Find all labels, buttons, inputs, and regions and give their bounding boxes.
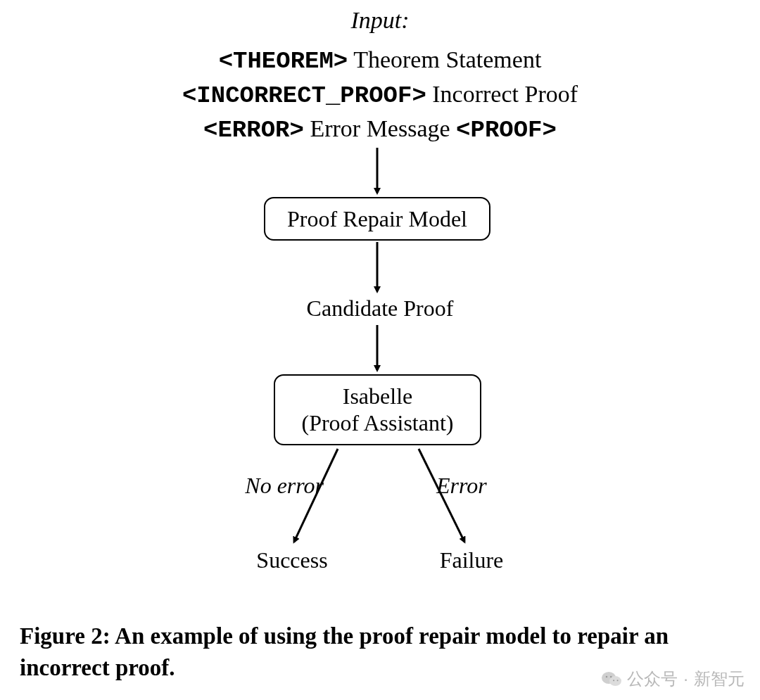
error-token: <ERROR>	[203, 117, 304, 144]
watermark-label: 公众号	[627, 668, 678, 690]
incorrect-proof-token: <INCORRECT_PROOF>	[182, 82, 426, 109]
candidate-proof-text: Candidate Proof	[0, 295, 760, 322]
error-text: Error Message	[310, 115, 450, 141]
input-line-2: <INCORRECT_PROOF> Incorrect Proof	[0, 78, 760, 113]
isabelle-box: Isabelle (Proof Assistant)	[274, 374, 481, 445]
input-line-1: <THEOREM> Theorem Statement	[0, 44, 760, 78]
input-block: <THEOREM> Theorem Statement <INCORRECT_P…	[0, 44, 760, 147]
input-title: Input:	[0, 7, 760, 34]
svg-point-3	[610, 676, 612, 677]
isabelle-line2: (Proof Assistant)	[288, 409, 467, 436]
proof-repair-model-box: Proof Repair Model	[264, 197, 490, 241]
svg-point-5	[617, 680, 619, 681]
error-label: Error	[436, 473, 535, 499]
wechat-icon	[602, 670, 621, 687]
failure-label: Failure	[415, 547, 528, 573]
svg-point-1	[609, 676, 621, 686]
theorem-token: <THEOREM>	[219, 48, 348, 75]
watermark-source: 新智元	[694, 668, 745, 690]
isabelle-line1: Isabelle	[288, 383, 467, 409]
svg-point-4	[613, 680, 614, 681]
incorrect-proof-text: Incorrect Proof	[432, 81, 578, 107]
wechat-watermark: 公众号 · 新智元	[602, 668, 745, 690]
flow-diagram: Input: <THEOREM> Theorem Statement <INCO…	[0, 0, 760, 605]
watermark-dot: ·	[683, 669, 688, 689]
no-error-label: No error	[204, 473, 324, 499]
success-label: Success	[232, 547, 352, 573]
proof-repair-model-label: Proof Repair Model	[287, 206, 467, 231]
proof-token: <PROOF>	[456, 117, 557, 144]
input-line-3: <ERROR> Error Message <PROOF>	[0, 113, 760, 147]
svg-point-2	[606, 676, 607, 677]
